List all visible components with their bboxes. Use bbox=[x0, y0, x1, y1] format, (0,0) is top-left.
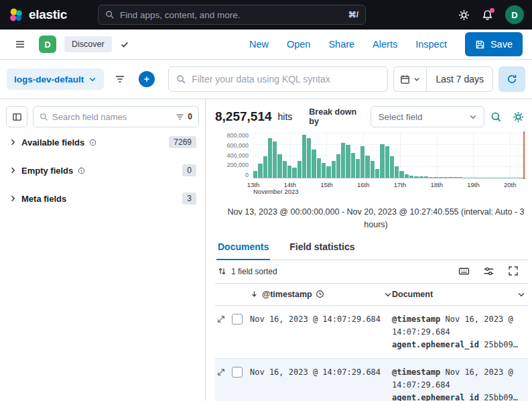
histogram-bar bbox=[458, 177, 462, 178]
field-filter-counter[interactable]: 0 bbox=[176, 112, 192, 121]
histogram-bar bbox=[395, 166, 399, 178]
page-body: 0 Available fields 7269 bbox=[0, 99, 532, 401]
hits-count: 8,257,514 bbox=[215, 109, 272, 124]
chevron-down-icon[interactable] bbox=[517, 290, 525, 298]
section-label: Meta fields bbox=[21, 194, 66, 204]
fullscreen-icon[interactable] bbox=[508, 266, 519, 277]
info-icon[interactable] bbox=[78, 167, 85, 174]
search-icon bbox=[176, 74, 186, 84]
column-header-document[interactable]: Document bbox=[392, 290, 433, 299]
space-badge[interactable]: D bbox=[39, 36, 56, 53]
plus-icon bbox=[139, 71, 155, 87]
save-button[interactable]: Save bbox=[465, 32, 523, 56]
inspect-button[interactable]: Inspect bbox=[415, 39, 447, 50]
new-button[interactable]: New bbox=[249, 39, 269, 50]
section-label: Available fields bbox=[21, 137, 84, 148]
histogram-bar bbox=[346, 145, 350, 178]
kql-query-bar[interactable] bbox=[168, 66, 388, 92]
histogram-bar bbox=[365, 156, 369, 178]
sort-desc-icon[interactable] bbox=[250, 290, 259, 298]
column-header-timestamp[interactable]: @timestamp bbox=[262, 290, 312, 299]
histogram-plot-area[interactable] bbox=[253, 133, 526, 178]
histogram-bar bbox=[322, 163, 326, 178]
sidebar-item-empty-fields[interactable]: Empty fields 0 bbox=[6, 157, 199, 184]
breadcrumb[interactable]: Discover bbox=[64, 36, 112, 52]
x-axis-subtitle: November 2023 bbox=[253, 188, 299, 195]
x-axis: November 2023 13th14th15th16th17th18th19… bbox=[253, 178, 526, 196]
field-value: 25bb09… bbox=[484, 393, 518, 401]
global-search-input[interactable] bbox=[120, 10, 343, 20]
keyboard-icon[interactable] bbox=[458, 266, 470, 277]
check-icon[interactable] bbox=[120, 40, 129, 49]
histogram-bar bbox=[283, 161, 287, 178]
document-field: agent.ephemeral_id 25bb09… bbox=[392, 339, 525, 351]
gear-icon[interactable] bbox=[513, 111, 524, 123]
user-avatar[interactable]: D bbox=[505, 5, 524, 24]
document-cell: @timestamp Nov 16, 2023 @ 14:07:29.684 a… bbox=[392, 312, 528, 352]
data-view-picker[interactable]: logs-dev-default bbox=[7, 68, 104, 90]
table-row[interactable]: Nov 16, 2023 @ 14:07:29.684 @timestamp N… bbox=[215, 359, 528, 401]
x-tick-label: 15th bbox=[320, 181, 333, 188]
histogram-bar bbox=[317, 158, 321, 178]
clock-icon bbox=[316, 290, 324, 298]
filter-icon bbox=[176, 113, 184, 121]
gear-icon[interactable] bbox=[458, 9, 470, 21]
sort-fields-icon[interactable] bbox=[218, 267, 226, 276]
field-count-badge: 7269 bbox=[169, 136, 196, 148]
menu-hamburger-icon[interactable] bbox=[9, 34, 31, 55]
histogram-bar bbox=[419, 176, 423, 178]
histogram-bar bbox=[302, 135, 306, 178]
sort-toolbar: 1 field sorted bbox=[215, 260, 528, 284]
sidebar-item-meta-fields[interactable]: Meta fields 3 bbox=[6, 185, 199, 212]
calendar-dropdown[interactable] bbox=[394, 67, 427, 91]
histogram-bar bbox=[307, 138, 311, 178]
hits-label: hits bbox=[278, 111, 293, 122]
y-axis: 800,000 600,000 400,000 200,000 0 bbox=[215, 133, 249, 178]
field-search-box[interactable]: 0 bbox=[33, 106, 199, 127]
hits-header: 8,257,514 hits Break down by Select fiel… bbox=[215, 105, 528, 129]
save-icon bbox=[475, 40, 485, 50]
tab-field-statistics[interactable]: Field statistics bbox=[288, 241, 356, 260]
elastic-home-link[interactable]: elastic bbox=[8, 7, 67, 23]
histogram-bar bbox=[380, 144, 384, 178]
breakdown-label: Break down by bbox=[309, 107, 364, 126]
chevron-down-icon[interactable] bbox=[384, 290, 392, 298]
row-checkbox[interactable] bbox=[232, 367, 243, 378]
notifications-bell-icon[interactable] bbox=[482, 9, 493, 21]
row-checkbox[interactable] bbox=[232, 314, 243, 325]
kql-query-input[interactable] bbox=[192, 74, 380, 84]
collapse-sidebar-button[interactable] bbox=[6, 106, 27, 127]
x-tick-label: 19th bbox=[467, 181, 480, 188]
time-range-value[interactable]: Last 7 days bbox=[427, 74, 492, 84]
document-field: agent.ephemeral_id 25bb09… bbox=[392, 392, 525, 401]
add-filter-button[interactable] bbox=[136, 68, 157, 90]
histogram-bar bbox=[336, 154, 340, 178]
document-cell: @timestamp Nov 16, 2023 @ 14:07:29.684 a… bbox=[392, 365, 528, 401]
open-button[interactable]: Open bbox=[287, 39, 310, 50]
expand-row-icon[interactable] bbox=[216, 314, 226, 324]
inspect-icon[interactable] bbox=[490, 111, 502, 123]
table-row[interactable]: Nov 16, 2023 @ 14:07:29.684 @timestamp N… bbox=[215, 306, 528, 359]
refresh-button[interactable] bbox=[498, 66, 525, 92]
histogram-bar bbox=[448, 177, 452, 178]
y-tick-label: 800,000 bbox=[226, 133, 249, 139]
breakdown-field-select[interactable]: Select field bbox=[371, 106, 484, 127]
histogram-bar bbox=[444, 177, 448, 178]
sorted-fields-label[interactable]: 1 field sorted bbox=[231, 267, 277, 276]
histogram-bar bbox=[434, 177, 438, 178]
global-search-box[interactable]: ⌘/ bbox=[98, 5, 366, 25]
brand-name: elastic bbox=[29, 7, 67, 22]
alerts-button[interactable]: Alerts bbox=[373, 39, 397, 50]
histogram-bar bbox=[263, 156, 267, 178]
chevron-down-icon bbox=[413, 76, 420, 82]
filter-icon[interactable] bbox=[109, 68, 131, 90]
expand-row-icon[interactable] bbox=[216, 367, 226, 377]
field-search-input[interactable] bbox=[52, 112, 172, 122]
sidebar-item-available-fields[interactable]: Available fields 7269 bbox=[6, 129, 199, 156]
tab-documents[interactable]: Documents bbox=[216, 241, 270, 260]
date-range-picker: Last 7 days bbox=[393, 66, 493, 92]
share-button[interactable]: Share bbox=[328, 39, 354, 50]
info-icon[interactable] bbox=[89, 139, 96, 146]
y-tick-label: 600,000 bbox=[226, 143, 249, 149]
display-options-icon[interactable] bbox=[483, 266, 494, 277]
